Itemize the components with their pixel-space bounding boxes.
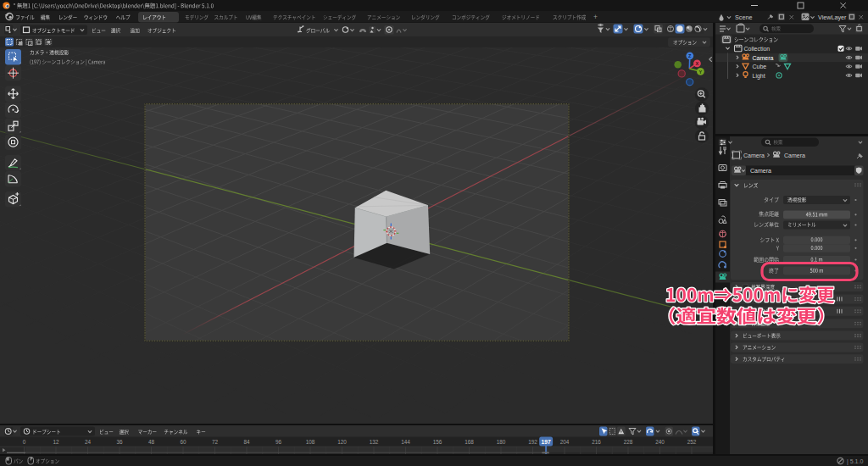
- svg-text:108: 108: [306, 439, 315, 445]
- svg-text:0: 0: [23, 439, 26, 445]
- svg-text:132: 132: [370, 439, 379, 445]
- svg-text:60: 60: [180, 439, 186, 445]
- svg-text:180: 180: [497, 439, 506, 445]
- svg-text:Camera: Camera: [750, 168, 771, 174]
- svg-text:240: 240: [655, 439, 665, 445]
- svg-text:Camera: Camera: [743, 153, 765, 158]
- svg-text:Scene: Scene: [735, 14, 752, 21]
- svg-text:204: 204: [560, 439, 570, 445]
- svg-text:Light: Light: [753, 73, 765, 80]
- svg-text:48: 48: [148, 439, 155, 445]
- svg-text:12: 12: [53, 439, 59, 445]
- svg-text:ViewLayer: ViewLayer: [818, 14, 847, 21]
- svg-text:+: +: [593, 13, 598, 21]
- svg-text:Collection: Collection: [744, 46, 771, 52]
- svg-text:216: 216: [592, 439, 601, 445]
- svg-text:Cube: Cube: [753, 64, 767, 69]
- svg-text:228: 228: [624, 439, 633, 445]
- svg-text:36: 36: [116, 439, 123, 445]
- svg-text:Camera: Camera: [753, 55, 774, 61]
- svg-text:168: 168: [465, 439, 474, 445]
- svg-text:84: 84: [243, 439, 250, 445]
- svg-text:X: X: [696, 61, 699, 66]
- svg-text:96: 96: [275, 439, 282, 445]
- svg-text:192: 192: [528, 439, 537, 445]
- svg-text:252: 252: [687, 439, 697, 445]
- svg-text:197: 197: [541, 439, 551, 445]
- svg-text:156: 156: [433, 439, 442, 445]
- svg-text:| 5.1.0: | 5.1.0: [847, 458, 863, 465]
- svg-text:72: 72: [212, 439, 219, 445]
- svg-text:120: 120: [337, 439, 347, 445]
- svg-text:Y: Y: [699, 69, 703, 75]
- svg-text:Camera: Camera: [784, 153, 805, 158]
- svg-text:24: 24: [85, 439, 92, 445]
- svg-text:144: 144: [401, 439, 410, 445]
